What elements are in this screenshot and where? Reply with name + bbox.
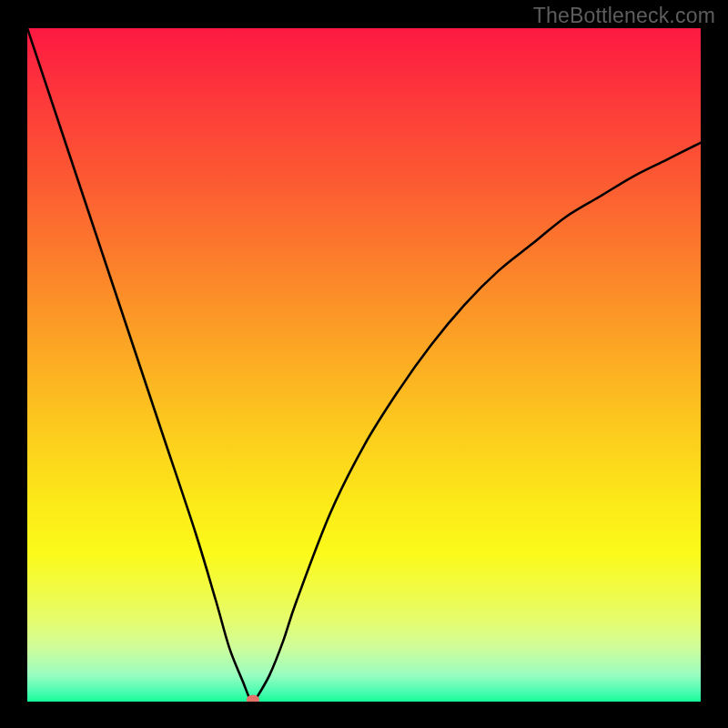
chart-svg <box>27 28 701 702</box>
gradient-background <box>27 28 701 702</box>
watermark-text: TheBottleneck.com <box>533 4 715 28</box>
plot-area <box>27 28 701 702</box>
chart-frame: TheBottleneck.com <box>0 0 728 728</box>
